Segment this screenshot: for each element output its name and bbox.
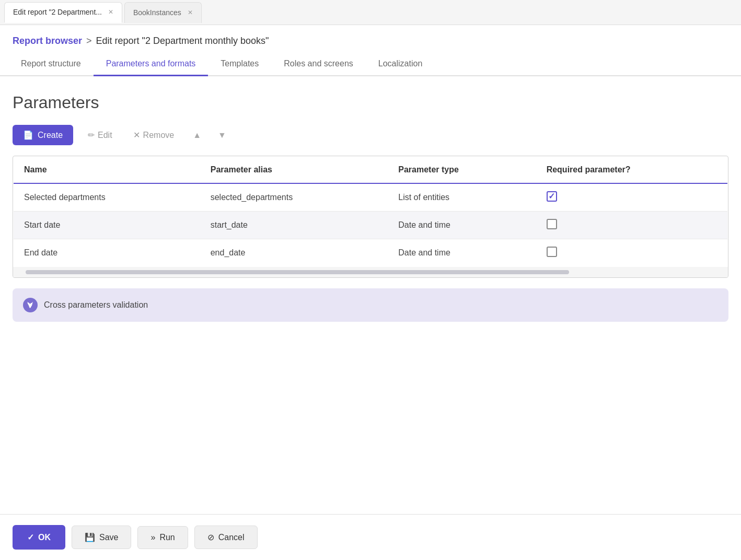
tab-bookinstances-label: BookInstances — [133, 8, 181, 17]
tab-edit-report-close[interactable]: ✕ — [108, 8, 113, 16]
param-alias-2: start_date — [200, 212, 388, 239]
param-type-3: Date and time — [388, 239, 536, 267]
cancel-icon: ⊘ — [207, 532, 214, 542]
param-alias-3: end_date — [200, 239, 388, 267]
tab-templates[interactable]: Templates — [208, 53, 271, 76]
parameters-table: Name Parameter alias Parameter type Requ… — [13, 156, 728, 267]
breadcrumb-current: Edit report "2 Department monthly books" — [96, 36, 269, 46]
param-type-1: List of entities — [388, 183, 536, 212]
parameters-table-container: Name Parameter alias Parameter type Requ… — [13, 156, 728, 278]
tab-edit-report[interactable]: Edit report "2 Department... ✕ — [4, 2, 122, 23]
param-required-1 — [536, 183, 728, 212]
edit-button[interactable]: ✏ Edit — [82, 126, 119, 144]
param-name-1: Selected departments — [14, 183, 200, 212]
col-type: Parameter type — [388, 157, 536, 184]
checkbox-checked-icon[interactable] — [547, 191, 557, 202]
ok-check-icon: ✓ — [27, 532, 34, 542]
ok-button-label: OK — [38, 533, 51, 542]
sort-up-button[interactable]: ▲ — [189, 126, 205, 144]
edit-button-label: Edit — [98, 131, 112, 140]
param-required-2 — [536, 212, 728, 239]
table-horizontal-scrollbar[interactable] — [26, 270, 569, 274]
checkbox-unchecked-icon[interactable] — [547, 247, 557, 257]
breadcrumb-link[interactable]: Report browser — [13, 36, 82, 46]
col-required: Required parameter? — [536, 157, 728, 184]
action-bar: ✓ OK 💾 Save » Run ⊘ Cancel — [0, 514, 741, 560]
cross-validation-label: Cross parameters validation — [44, 300, 148, 310]
create-doc-icon: 📄 — [23, 130, 33, 140]
create-button-label: Create — [38, 131, 63, 140]
save-button[interactable]: 💾 Save — [72, 526, 131, 549]
remove-button[interactable]: ✕ Remove — [127, 126, 181, 144]
tab-parameters-and-formats[interactable]: Parameters and formats — [94, 53, 209, 76]
ok-button[interactable]: ✓ OK — [13, 525, 65, 550]
param-name-2: Start date — [14, 212, 200, 239]
save-icon: 💾 — [85, 532, 95, 542]
tab-bookinstances-close[interactable]: ✕ — [188, 9, 193, 16]
param-alias-1: selected_departments — [200, 183, 388, 212]
param-type-2: Date and time — [388, 212, 536, 239]
param-required-3 — [536, 239, 728, 267]
tab-roles-and-screens[interactable]: Roles and screens — [271, 53, 366, 76]
breadcrumb: Report browser > Edit report "2 Departme… — [0, 25, 741, 53]
run-icon: » — [150, 533, 155, 542]
section-title: Parameters — [13, 93, 728, 112]
table-row[interactable]: End date end_date Date and time — [14, 239, 728, 267]
col-alias: Parameter alias — [200, 157, 388, 184]
tab-report-structure[interactable]: Report structure — [8, 53, 94, 76]
nav-tabs: Report structure Parameters and formats … — [0, 53, 741, 76]
tab-bookinstances[interactable]: BookInstances ✕ — [124, 2, 202, 23]
main-content: Parameters 📄 Create ✏ Edit ✕ Remove ▲ ▼ … — [0, 76, 741, 334]
col-name: Name — [14, 157, 200, 184]
run-button[interactable]: » Run — [137, 526, 188, 549]
parameters-toolbar: 📄 Create ✏ Edit ✕ Remove ▲ ▼ — [13, 125, 728, 145]
cross-validation-section[interactable]: ⮟ Cross parameters validation — [13, 288, 728, 322]
save-button-label: Save — [99, 533, 118, 542]
table-row[interactable]: Selected departments selected_department… — [14, 183, 728, 212]
tab-localization[interactable]: Localization — [366, 53, 435, 76]
breadcrumb-separator: > — [86, 36, 92, 46]
create-button[interactable]: 📄 Create — [13, 125, 73, 145]
cancel-button[interactable]: ⊘ Cancel — [194, 526, 258, 549]
remove-icon: ✕ — [133, 130, 140, 140]
sort-down-button[interactable]: ▼ — [214, 126, 230, 144]
remove-button-label: Remove — [143, 131, 175, 140]
table-header-row: Name Parameter alias Parameter type Requ… — [14, 157, 728, 184]
table-scrollbar-row — [13, 267, 728, 277]
edit-icon: ✏ — [88, 130, 95, 140]
table-row[interactable]: Start date start_date Date and time — [14, 212, 728, 239]
browser-tab-bar: Edit report "2 Department... ✕ BookInsta… — [0, 0, 741, 25]
cancel-button-label: Cancel — [218, 533, 245, 542]
param-name-3: End date — [14, 239, 200, 267]
checkbox-unchecked-icon[interactable] — [547, 219, 557, 229]
tab-edit-report-label: Edit report "2 Department... — [13, 8, 102, 16]
cross-validation-expand-icon: ⮟ — [23, 298, 38, 312]
run-button-label: Run — [159, 533, 175, 542]
